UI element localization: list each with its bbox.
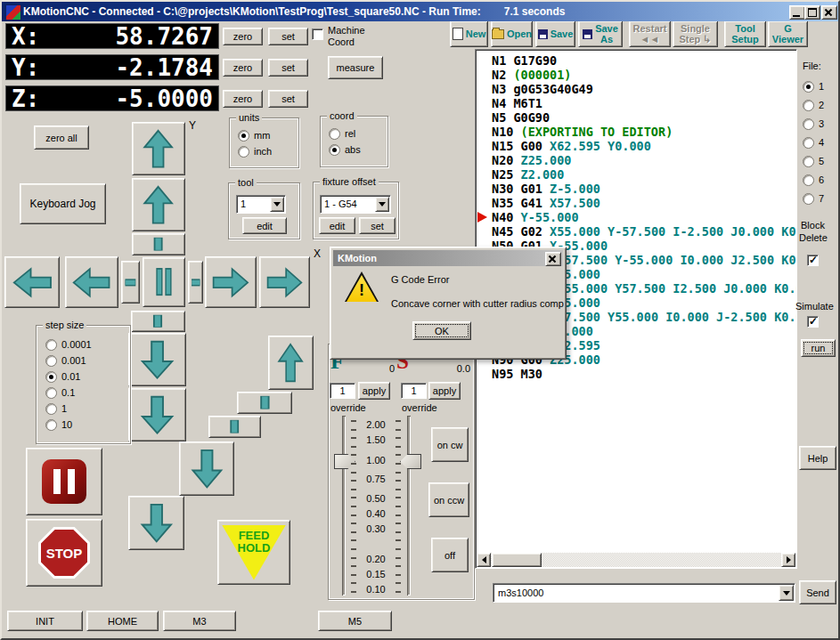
file-radio-2[interactable]: [803, 100, 814, 111]
keyboard-jog-button[interactable]: Keyboard Jog: [20, 183, 106, 224]
zero-all-button[interactable]: zero all: [34, 126, 89, 150]
coord-abs-radio[interactable]: [329, 144, 340, 156]
feed-apply-button[interactable]: apply: [358, 382, 390, 400]
file-radio-6[interactable]: [803, 174, 814, 186]
jog-y-minus-step-button[interactable]: [131, 311, 185, 332]
block-delete-checkbox[interactable]: [807, 255, 819, 266]
jog-x-minus-button[interactable]: [65, 256, 118, 308]
dialog-title-bar[interactable]: KMotion: [333, 250, 563, 266]
set-z-button[interactable]: set: [268, 90, 308, 108]
step-size-radio-10[interactable]: [45, 419, 57, 431]
fixture-offset-select[interactable]: 1 - G54: [320, 195, 391, 214]
file-radio-4[interactable]: [803, 137, 814, 149]
send-button[interactable]: Send: [799, 580, 836, 604]
jog-y-plus-fast-button[interactable]: [132, 122, 185, 175]
spindle-override-label: override: [402, 402, 437, 413]
restart-button[interactable]: Restart ◄◄: [629, 20, 671, 47]
init-button[interactable]: INIT: [7, 611, 83, 631]
zero-z-button[interactable]: zero: [223, 90, 263, 108]
step-size-radio-0.01[interactable]: [45, 371, 57, 383]
units-mm-radio[interactable]: [238, 130, 249, 142]
new-button[interactable]: New: [450, 20, 488, 47]
g-viewer-button[interactable]: G Viewer: [768, 20, 808, 47]
dialog-ok-button[interactable]: OK: [412, 321, 471, 340]
jog-x-minus-step-button[interactable]: [121, 261, 140, 304]
spindle-off-button[interactable]: off: [431, 538, 469, 572]
scroll-left-button[interactable]: [477, 553, 491, 567]
fixture-select-arrow[interactable]: [375, 197, 389, 212]
file-radio-5[interactable]: [803, 156, 814, 167]
spindle-override-input[interactable]: 1: [401, 383, 427, 399]
maximize-button[interactable]: [804, 5, 820, 20]
slider-tick: [351, 454, 356, 456]
slider-tick: [351, 557, 356, 559]
spindle-apply-button[interactable]: apply: [428, 382, 461, 400]
gcode-token: N95: [492, 367, 513, 381]
spindle-override-slider-track[interactable]: [407, 416, 411, 595]
jog-y-minus-button[interactable]: [128, 333, 186, 386]
feed-override-slider-track[interactable]: [342, 416, 346, 595]
spindle-on-cw-button[interactable]: on cw: [431, 427, 469, 462]
jog-y-plus-step-button[interactable]: [132, 233, 185, 255]
measure-button[interactable]: measure: [328, 56, 383, 79]
m3-button[interactable]: M3: [163, 611, 236, 631]
machine-coord-checkbox[interactable]: [312, 28, 323, 40]
tool-edit-button[interactable]: edit: [242, 217, 287, 234]
minimize-button[interactable]: [789, 5, 805, 20]
feed-hold-button[interactable]: FEED HOLD: [217, 520, 290, 585]
fixture-edit-button[interactable]: edit: [319, 217, 355, 234]
step-size-radio-0.001[interactable]: [45, 355, 57, 367]
home-button[interactable]: HOME: [86, 611, 159, 631]
feed-override-input[interactable]: 1: [330, 383, 355, 399]
run-button[interactable]: run: [801, 339, 836, 357]
scrollbar-thumb[interactable]: [492, 553, 542, 567]
gcode-h-scrollbar[interactable]: [477, 553, 795, 567]
file-radio-3[interactable]: [803, 118, 814, 130]
tool-select-arrow[interactable]: [270, 197, 284, 212]
jog-x-plus-step-button[interactable]: [188, 261, 203, 304]
stop-button[interactable]: STOP: [26, 519, 102, 587]
open-button[interactable]: Open: [491, 20, 533, 47]
mdi-dropdown-arrow[interactable]: [779, 585, 794, 601]
title-bar[interactable]: KMotionCNC - Connected - C:\@projects\KM…: [2, 2, 838, 21]
single-step-button[interactable]: Single Step ↳: [673, 20, 718, 47]
jog-z-minus-button[interactable]: [179, 442, 234, 496]
jog-y-plus-button[interactable]: [132, 178, 185, 231]
jog-dashv-icon: [138, 236, 178, 252]
units-inch-radio[interactable]: [238, 146, 249, 158]
spindle-on-ccw-button[interactable]: on ccw: [428, 482, 469, 517]
jog-z-minus-step-button[interactable]: [208, 416, 261, 438]
step-size-radio-0.0001[interactable]: [45, 339, 57, 351]
help-button[interactable]: Help: [799, 446, 836, 470]
jog-x-plus-button[interactable]: [205, 256, 257, 308]
step-size-radio-1[interactable]: [45, 403, 57, 415]
jog-z-plus-step-button[interactable]: [237, 392, 292, 414]
tool-setup-button[interactable]: Tool Setup: [724, 20, 766, 47]
save-as-button[interactable]: Save As: [578, 20, 623, 47]
m5-button[interactable]: M5: [318, 611, 392, 631]
jog-z-minus-fast-button[interactable]: [128, 496, 184, 550]
set-x-button[interactable]: set: [268, 28, 308, 45]
close-button[interactable]: [821, 5, 837, 20]
fixture-set-button[interactable]: set: [359, 217, 396, 234]
jog-pause-button[interactable]: [143, 257, 185, 307]
zero-y-button[interactable]: zero: [223, 59, 263, 77]
file-radio-1[interactable]: [803, 81, 814, 93]
dialog-close-button[interactable]: [545, 252, 561, 266]
jog-z-plus-button[interactable]: [268, 336, 314, 390]
mdi-combobox[interactable]: m3s10000: [493, 583, 795, 603]
jog-x-minus-fast-button[interactable]: [4, 256, 60, 308]
step-size-radio-0.1[interactable]: [45, 387, 57, 399]
scroll-right-button[interactable]: [781, 553, 795, 567]
jog-x-plus-fast-button[interactable]: [259, 256, 310, 308]
feedhold-pause-button[interactable]: [26, 448, 102, 515]
jog-y-minus-fast-button[interactable]: [128, 388, 186, 442]
tool-select[interactable]: 1: [236, 195, 286, 214]
simulate-checkbox[interactable]: [807, 316, 819, 328]
file-radio-7[interactable]: [803, 193, 814, 205]
set-y-button[interactable]: set: [268, 59, 308, 77]
zero-x-button[interactable]: zero: [223, 28, 263, 45]
save-button[interactable]: Save: [535, 20, 575, 47]
feed-hold-label-2: HOLD: [238, 541, 271, 555]
coord-rel-radio[interactable]: [329, 128, 340, 140]
